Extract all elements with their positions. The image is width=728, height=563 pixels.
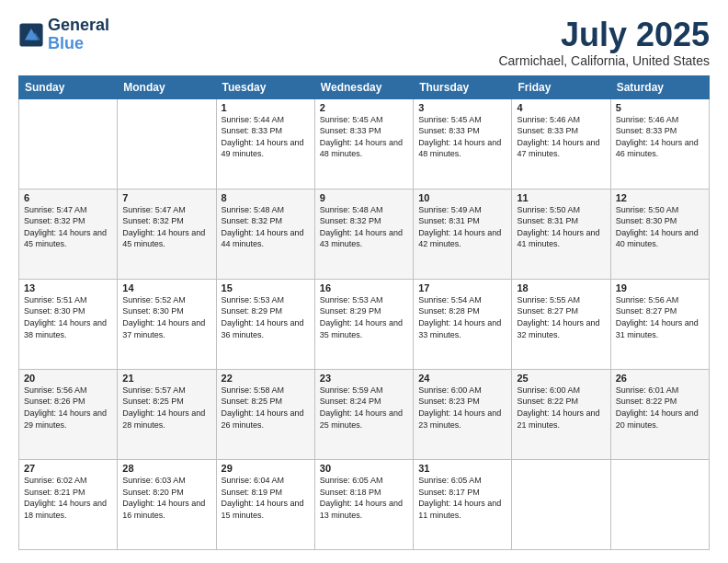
sunrise: Sunrise: 5:55 AM bbox=[517, 295, 580, 304]
calendar-cell: 30 Sunrise: 6:05 AM Sunset: 8:18 PM Dayl… bbox=[314, 459, 413, 549]
sunrise: Sunrise: 5:48 AM bbox=[320, 205, 383, 214]
day-number: 18 bbox=[517, 282, 605, 293]
daylight: Daylight: 14 hours and 43 minutes. bbox=[320, 228, 403, 249]
daylight: Daylight: 14 hours and 46 minutes. bbox=[616, 138, 699, 159]
day-number: 14 bbox=[122, 282, 210, 293]
day-info: Sunrise: 6:04 AM Sunset: 8:19 PM Dayligh… bbox=[222, 475, 310, 521]
day-number: 16 bbox=[320, 282, 408, 293]
daylight: Daylight: 14 hours and 18 minutes. bbox=[24, 499, 107, 520]
daylight: Daylight: 14 hours and 47 minutes. bbox=[517, 138, 599, 159]
day-info: Sunrise: 5:48 AM Sunset: 8:32 PM Dayligh… bbox=[320, 204, 408, 250]
day-info: Sunrise: 6:00 AM Sunset: 8:22 PM Dayligh… bbox=[517, 385, 605, 431]
day-info: Sunrise: 5:48 AM Sunset: 8:32 PM Dayligh… bbox=[222, 204, 310, 250]
calendar-cell: 24 Sunrise: 6:00 AM Sunset: 8:23 PM Dayl… bbox=[414, 369, 512, 459]
sunset: Sunset: 8:30 PM bbox=[616, 216, 677, 225]
daylight: Daylight: 14 hours and 42 minutes. bbox=[418, 228, 501, 249]
header-sunday: Sunday bbox=[19, 75, 118, 98]
calendar-week-2: 6 Sunrise: 5:47 AM Sunset: 8:32 PM Dayli… bbox=[19, 189, 710, 279]
sunset: Sunset: 8:24 PM bbox=[320, 396, 381, 406]
daylight: Daylight: 14 hours and 45 minutes. bbox=[122, 228, 205, 249]
calendar-body: 1 Sunrise: 5:44 AM Sunset: 8:33 PM Dayli… bbox=[19, 98, 710, 549]
day-info: Sunrise: 5:45 AM Sunset: 8:33 PM Dayligh… bbox=[418, 114, 506, 160]
day-info: Sunrise: 5:53 AM Sunset: 8:29 PM Dayligh… bbox=[222, 294, 310, 340]
day-number: 8 bbox=[222, 192, 310, 203]
day-info: Sunrise: 5:50 AM Sunset: 8:31 PM Dayligh… bbox=[517, 204, 605, 250]
day-number: 21 bbox=[122, 373, 210, 384]
logo-icon bbox=[18, 22, 44, 48]
day-info: Sunrise: 5:44 AM Sunset: 8:33 PM Dayligh… bbox=[222, 114, 310, 160]
sunrise: Sunrise: 5:50 AM bbox=[517, 205, 580, 214]
sunset: Sunset: 8:19 PM bbox=[222, 488, 283, 497]
daylight: Daylight: 14 hours and 33 minutes. bbox=[418, 318, 501, 339]
day-info: Sunrise: 6:05 AM Sunset: 8:18 PM Dayligh… bbox=[320, 475, 408, 521]
day-info: Sunrise: 6:03 AM Sunset: 8:20 PM Dayligh… bbox=[122, 475, 210, 521]
top-section: General Blue July 2025 Carmichael, Calif… bbox=[18, 17, 710, 68]
calendar-cell: 17 Sunrise: 5:54 AM Sunset: 8:28 PM Dayl… bbox=[414, 279, 512, 369]
header-tuesday: Tuesday bbox=[216, 75, 314, 98]
day-info: Sunrise: 5:50 AM Sunset: 8:30 PM Dayligh… bbox=[616, 204, 704, 250]
sunset: Sunset: 8:31 PM bbox=[418, 216, 480, 225]
day-info: Sunrise: 5:45 AM Sunset: 8:33 PM Dayligh… bbox=[320, 114, 408, 160]
logo-line1: General bbox=[48, 17, 109, 35]
sunset: Sunset: 8:25 PM bbox=[222, 396, 283, 406]
daylight: Daylight: 14 hours and 32 minutes. bbox=[517, 318, 599, 339]
day-number: 31 bbox=[418, 463, 506, 474]
day-info: Sunrise: 6:00 AM Sunset: 8:23 PM Dayligh… bbox=[418, 385, 506, 431]
calendar-cell: 15 Sunrise: 5:53 AM Sunset: 8:29 PM Dayl… bbox=[216, 279, 314, 369]
header-wednesday: Wednesday bbox=[314, 75, 413, 98]
calendar-cell: 3 Sunrise: 5:45 AM Sunset: 8:33 PM Dayli… bbox=[414, 98, 512, 189]
day-number: 29 bbox=[222, 463, 310, 474]
calendar-cell: 10 Sunrise: 5:49 AM Sunset: 8:31 PM Dayl… bbox=[414, 189, 512, 279]
sunrise: Sunrise: 6:00 AM bbox=[517, 385, 580, 395]
day-info: Sunrise: 5:46 AM Sunset: 8:33 PM Dayligh… bbox=[616, 114, 704, 160]
sunset: Sunset: 8:25 PM bbox=[122, 396, 184, 406]
day-number: 7 bbox=[122, 192, 210, 203]
sunrise: Sunrise: 5:53 AM bbox=[222, 295, 285, 304]
calendar-cell: 9 Sunrise: 5:48 AM Sunset: 8:32 PM Dayli… bbox=[314, 189, 413, 279]
day-info: Sunrise: 5:57 AM Sunset: 8:25 PM Dayligh… bbox=[122, 385, 210, 431]
sunrise: Sunrise: 6:01 AM bbox=[616, 385, 679, 395]
calendar-cell: 22 Sunrise: 5:58 AM Sunset: 8:25 PM Dayl… bbox=[216, 369, 314, 459]
sunset: Sunset: 8:30 PM bbox=[24, 306, 85, 316]
sunset: Sunset: 8:33 PM bbox=[320, 126, 381, 135]
day-info: Sunrise: 5:58 AM Sunset: 8:25 PM Dayligh… bbox=[222, 385, 310, 431]
calendar-cell: 23 Sunrise: 5:59 AM Sunset: 8:24 PM Dayl… bbox=[314, 369, 413, 459]
location: Carmichael, California, United States bbox=[498, 53, 710, 68]
day-number: 24 bbox=[418, 373, 506, 384]
daylight: Daylight: 14 hours and 28 minutes. bbox=[122, 408, 205, 430]
logo-text: General Blue bbox=[48, 17, 109, 53]
calendar-cell: 6 Sunrise: 5:47 AM Sunset: 8:32 PM Dayli… bbox=[19, 189, 118, 279]
day-number: 27 bbox=[24, 463, 112, 474]
sunrise: Sunrise: 5:59 AM bbox=[320, 385, 383, 395]
calendar: Sunday Monday Tuesday Wednesday Thursday… bbox=[18, 75, 710, 550]
sunrise: Sunrise: 5:58 AM bbox=[222, 385, 285, 395]
sunrise: Sunrise: 5:48 AM bbox=[222, 205, 285, 214]
sunset: Sunset: 8:27 PM bbox=[616, 306, 677, 316]
sunrise: Sunrise: 5:46 AM bbox=[616, 115, 679, 124]
header-friday: Friday bbox=[512, 75, 610, 98]
sunset: Sunset: 8:29 PM bbox=[320, 306, 381, 316]
sunset: Sunset: 8:33 PM bbox=[222, 126, 283, 135]
day-number: 9 bbox=[320, 192, 408, 203]
title-section: July 2025 Carmichael, California, United… bbox=[498, 17, 710, 68]
sunrise: Sunrise: 6:05 AM bbox=[320, 476, 383, 485]
day-info: Sunrise: 5:52 AM Sunset: 8:30 PM Dayligh… bbox=[122, 294, 210, 340]
header-saturday: Saturday bbox=[610, 75, 709, 98]
sunset: Sunset: 8:22 PM bbox=[517, 396, 578, 406]
daylight: Daylight: 14 hours and 15 minutes. bbox=[222, 499, 304, 520]
daylight: Daylight: 14 hours and 38 minutes. bbox=[24, 318, 107, 339]
day-number: 22 bbox=[222, 373, 310, 384]
calendar-cell: 5 Sunrise: 5:46 AM Sunset: 8:33 PM Dayli… bbox=[610, 98, 709, 189]
sunrise: Sunrise: 5:51 AM bbox=[24, 295, 87, 304]
day-number: 20 bbox=[24, 373, 112, 384]
calendar-cell: 11 Sunrise: 5:50 AM Sunset: 8:31 PM Dayl… bbox=[512, 189, 610, 279]
sunset: Sunset: 8:23 PM bbox=[418, 396, 480, 406]
day-number: 6 bbox=[24, 192, 112, 203]
sunrise: Sunrise: 5:46 AM bbox=[517, 115, 580, 124]
daylight: Daylight: 14 hours and 48 minutes. bbox=[320, 138, 403, 159]
day-info: Sunrise: 5:56 AM Sunset: 8:26 PM Dayligh… bbox=[24, 385, 112, 431]
sunrise: Sunrise: 5:47 AM bbox=[122, 205, 186, 214]
sunset: Sunset: 8:30 PM bbox=[122, 306, 184, 316]
day-info: Sunrise: 5:47 AM Sunset: 8:32 PM Dayligh… bbox=[24, 204, 112, 250]
day-number: 13 bbox=[24, 282, 112, 293]
